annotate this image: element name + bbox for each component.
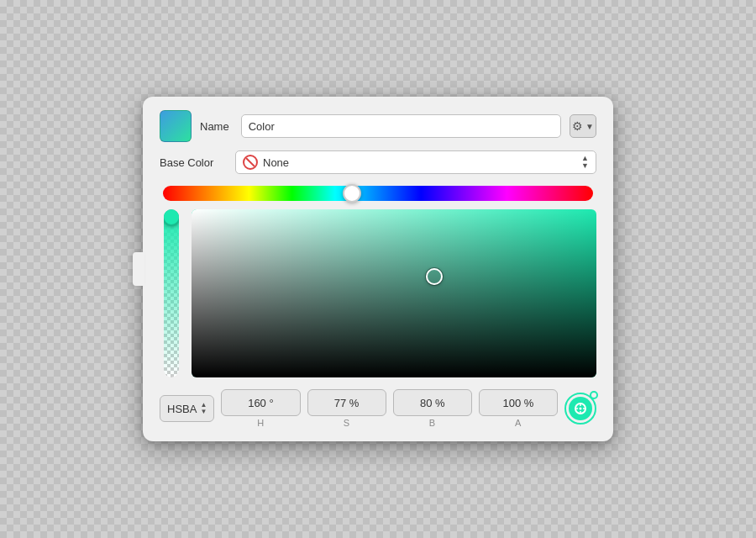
base-color-arrows: ▲ ▼ [581,155,589,170]
alpha-sublabel: A [515,418,522,428]
brightness-input[interactable] [393,389,472,416]
gear-settings-button[interactable]: ⚙ ▼ [570,114,596,138]
down-arrow-icon: ▼ [581,162,589,170]
main-controls [160,209,596,377]
brightness-slider-thumb[interactable] [164,209,179,226]
sb-black-gradient [192,209,596,377]
base-color-dropdown[interactable]: None ▲ ▼ [235,150,596,174]
saturation-sublabel: S [344,418,350,428]
brightness-slider-container [160,209,183,377]
svg-point-5 [580,408,582,410]
mode-down-arrow: ▼ [200,409,207,415]
eyedropper-icon [574,402,587,415]
hue-sublabel: H [257,418,264,428]
hue-slider-container [160,186,596,201]
name-label: Name [200,120,229,133]
saturation-input[interactable] [307,389,386,416]
alpha-input[interactable] [479,389,558,416]
dropdown-arrow-icon: ▼ [585,122,594,131]
brightness-sublabel: B [429,418,436,428]
eyedropper-inner [569,397,592,420]
hue-field: H [221,389,300,428]
saturation-field: S [307,389,386,428]
base-color-row: Base Color None ▲ ▼ [160,150,596,174]
name-input[interactable] [241,114,561,138]
mode-dropdown[interactable]: HSBA ▲ ▼ [160,395,214,422]
mode-label: HSBA [167,403,197,415]
brightness-slider-track[interactable] [164,209,179,377]
base-color-none-text: None [263,156,289,169]
eyedropper-button[interactable] [564,393,596,425]
hue-slider-thumb[interactable] [343,184,361,203]
hue-slider-track[interactable] [163,186,593,201]
alpha-field: A [479,389,558,428]
sb-picker[interactable] [192,209,596,377]
brightness-gradient [164,209,179,377]
hue-input[interactable] [221,389,300,416]
none-icon [243,155,258,170]
base-color-label: Base Color [160,156,227,169]
header-row: Name ⚙ ▼ [160,110,596,142]
gear-icon: ⚙ [572,119,583,133]
color-picker-panel: Name ⚙ ▼ Base Color None ▲ ▼ [143,97,613,441]
bottom-controls: HSBA ▲ ▼ H S B A [160,389,596,428]
mode-arrows: ▲ ▼ [200,402,207,415]
color-preview-swatch [160,110,192,142]
brightness-field: B [393,389,472,428]
